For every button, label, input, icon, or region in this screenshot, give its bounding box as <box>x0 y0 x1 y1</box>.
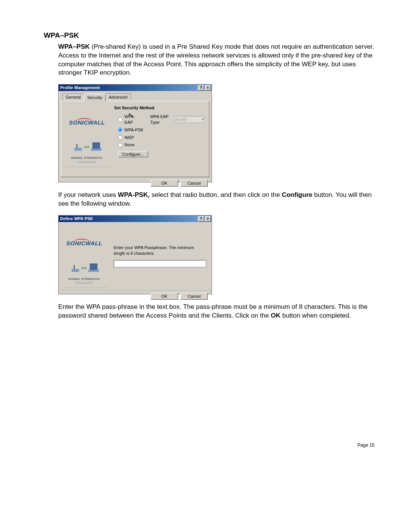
radio-wpa-psk[interactable] <box>118 128 123 132</box>
section-heading: WPA–PSK <box>44 30 377 40</box>
dialog-title: Profile Management <box>60 85 100 91</box>
signal-strength-label: SIGNAL STRENGTH: EXCELLENT <box>61 277 108 288</box>
help-button[interactable]: ? <box>198 85 204 91</box>
eap-type-label: WPA EAP Type: <box>150 114 173 125</box>
tab-security[interactable]: Security <box>84 94 106 102</box>
tab-advanced[interactable]: Advanced <box>105 93 131 101</box>
dialog-title: Define WPA PSK <box>60 216 93 222</box>
profile-management-dialog: Profile Management ? × General Security … <box>58 84 212 182</box>
cancel-button[interactable]: Cancel <box>180 180 208 187</box>
access-point-icon <box>73 143 83 151</box>
ok-button[interactable]: OK <box>151 180 178 187</box>
group-title: Set Security Method <box>114 105 205 111</box>
sonicwall-logo: SONICWALL <box>69 119 105 126</box>
signal-strength-label: SIGNAL STRENGTH: EXCELLENT <box>64 156 110 167</box>
ok-button[interactable]: OK <box>151 293 178 300</box>
help-button[interactable]: ? <box>198 216 204 222</box>
signal-wave-icon: ››› <box>84 144 89 149</box>
para1-rest: (Pre-shared Key) is used in a Pre Shared… <box>58 43 374 77</box>
paragraph-1: WPA–PSK (Pre-shared Key) is used in a Pr… <box>58 43 377 78</box>
tab-general[interactable]: General <box>62 93 84 101</box>
configure-button[interactable]: Configure... <box>118 151 148 157</box>
titlebar: Profile Management ? × <box>59 85 212 91</box>
laptop-icon <box>91 142 102 151</box>
close-button[interactable]: × <box>205 216 211 222</box>
page-number: Page 15 <box>44 442 374 448</box>
passphrase-input[interactable] <box>114 260 206 267</box>
sidebar: SONICWALL ››› SIGNAL STRENGTH: EXCELLENT <box>59 222 110 290</box>
sonicwall-logo: SONICWALL <box>66 240 102 247</box>
radio-wpa-psk-label: WPA-PSK <box>124 127 143 133</box>
cancel-button[interactable]: Cancel <box>180 293 208 300</box>
passphrase-prompt: Enter your WPA Passphrase. The minimum l… <box>114 245 206 256</box>
radio-wep-label: WEP <box>124 135 134 141</box>
radio-none-label: None <box>124 142 134 148</box>
sidebar: SONICWALL ››› SIGNAL STRENGTH: EXCELLENT <box>61 101 113 177</box>
radio-none[interactable] <box>118 143 123 147</box>
titlebar: Define WPA PSK ? × <box>59 216 212 222</box>
eap-type-select: PEAP <box>175 116 205 123</box>
close-button[interactable]: × <box>205 85 211 91</box>
access-point-icon <box>70 264 80 272</box>
signal-wave-icon: ››› <box>81 265 87 270</box>
paragraph-3: Enter the WPA pass-phrase in the text bo… <box>58 303 377 320</box>
psk-panel: Enter your WPA Passphrase. The minimum l… <box>110 222 212 290</box>
define-wpa-psk-dialog: Define WPA PSK ? × SONICWALL ››› SIGNAL … <box>58 215 212 294</box>
para1-lead: WPA–PSK <box>58 43 90 50</box>
radio-wpa-eap[interactable] <box>118 117 123 122</box>
radio-wep[interactable] <box>118 135 123 140</box>
laptop-icon <box>88 264 99 272</box>
paragraph-2: If your network uses WPA-PSK, select tha… <box>58 191 377 208</box>
security-panel: Set Security Method WPA-EAP WPA EAP Type… <box>113 101 209 177</box>
